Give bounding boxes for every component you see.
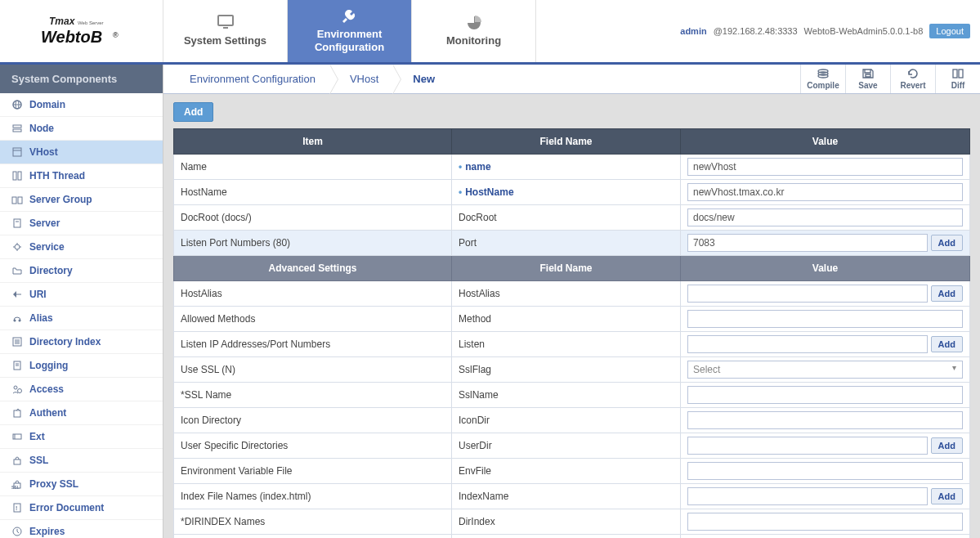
sidebar-item-directory[interactable]: Directory [0, 259, 163, 283]
cell-field: UserDir [452, 433, 681, 459]
cell-item: Listen Port Numbers (80) [174, 231, 452, 256]
cell-item: Allowed Methods [174, 307, 452, 332]
tab-monitoring[interactable]: Monitoring [412, 0, 536, 62]
alias-icon [11, 312, 23, 324]
proxy-ssl-icon: SSL [11, 478, 23, 490]
save-icon [861, 68, 875, 79]
svg-rect-17 [14, 219, 20, 227]
table-row: HostName•HostName [174, 180, 970, 205]
tab-env-config[interactable]: Environment Configuration [288, 0, 412, 62]
row-add-button[interactable]: Add [931, 285, 963, 302]
sidebar-item-alias[interactable]: Alias [0, 307, 163, 330]
access-icon [11, 383, 23, 395]
dir-index-icon [11, 336, 23, 347]
sidebar-item-access[interactable]: Access [0, 378, 163, 401]
row-add-button[interactable]: Add [931, 336, 963, 352]
crumb-env-config[interactable]: Environment Configuration [178, 65, 338, 93]
value-input[interactable] [687, 462, 963, 480]
add-button[interactable]: Add [173, 102, 213, 122]
authent-icon [11, 407, 23, 419]
sidebar-item-label: Server [29, 217, 60, 229]
app-version: WebtoB-WebAdmin5.0.0.1-b8 [804, 26, 924, 36]
sidebar-item-server-group[interactable]: Server Group [0, 188, 163, 212]
diff-icon [951, 68, 964, 79]
crumb-vhost[interactable]: VHost [338, 65, 401, 93]
breadcrumb-row: Environment Configuration VHost New Comp… [163, 65, 980, 94]
table-row: *SSL NameSslName [174, 383, 970, 408]
content-scroll[interactable]: Add Item Field Name Value Name•nameHostN… [163, 94, 980, 538]
sidebar-item-expires[interactable]: Expires [0, 520, 163, 538]
tab-system-settings[interactable]: System Settings [163, 0, 288, 62]
cell-item: HostName [174, 180, 452, 205]
action-label: Diff [951, 81, 965, 90]
cell-item: User Specific Directories [174, 433, 452, 459]
cell-item: DocRoot (docs/) [174, 205, 452, 231]
value-input[interactable] [687, 208, 963, 226]
cell-value [681, 408, 970, 433]
cell-field: •HostName [452, 180, 681, 205]
cell-item: Options (HTML,CGI,SSI,PHP,JSV,USER) [174, 535, 452, 539]
svg-rect-15 [12, 197, 16, 204]
sidebar-item-ssl[interactable]: SSL [0, 449, 163, 473]
sidebar-item-directory-index[interactable]: Directory Index [0, 330, 163, 354]
svg-rect-44 [953, 69, 957, 78]
value-input[interactable] [687, 158, 963, 176]
table-row: DocRoot (docs/)DocRoot [174, 205, 970, 231]
sidebar-item-domain[interactable]: Domain [0, 93, 163, 117]
cell-item: Listen IP Addresses/Port Numbers [174, 332, 452, 357]
cell-value [681, 535, 970, 539]
row-add-button[interactable]: Add [931, 437, 963, 454]
value-input[interactable] [687, 335, 928, 353]
th-adv-value: Value [681, 256, 970, 281]
sidebar-item-node[interactable]: Node [0, 117, 163, 141]
sidebar-item-label: SSL [29, 455, 48, 466]
cell-value [681, 180, 970, 205]
user-name: admin [680, 26, 706, 36]
value-input[interactable] [687, 513, 963, 531]
cell-item: Name [174, 155, 452, 180]
save-button[interactable]: Save [845, 65, 890, 93]
sidebar-item-service[interactable]: Service [0, 235, 163, 259]
value-input[interactable] [687, 386, 963, 404]
sidebar-item-ext[interactable]: Ext [0, 425, 163, 449]
logout-button[interactable]: Logout [929, 24, 970, 38]
sidebar-item-label: Authent [29, 407, 66, 419]
table-row: Use SSL (N)SslFlagSelect [174, 357, 970, 383]
value-input[interactable] [687, 183, 963, 201]
cell-item: Index File Names (index.html) [174, 484, 452, 509]
table-row: Listen Port Numbers (80)PortAdd [174, 231, 970, 256]
sidebar-item-label: Ext [29, 431, 45, 442]
sidebar-item-proxy-ssl[interactable]: SSLProxy SSL [0, 473, 163, 496]
svg-rect-14 [18, 172, 21, 180]
value-input[interactable] [687, 234, 928, 252]
service-icon [11, 241, 23, 253]
sidebar-item-hth-thread[interactable]: HTH Thread [0, 164, 163, 188]
revert-button[interactable]: Revert [890, 65, 935, 93]
value-input[interactable] [687, 285, 928, 303]
table-row: Name•name [174, 155, 970, 180]
tab-label: Environment Configuration [315, 28, 384, 53]
svg-rect-35 [14, 460, 20, 464]
row-add-button[interactable]: Add [931, 488, 963, 504]
sidebar-item-authent[interactable]: Authent [0, 401, 163, 425]
sidebar-item-server[interactable]: Server [0, 212, 163, 235]
value-input[interactable] [687, 310, 963, 328]
value-input[interactable] [687, 437, 928, 455]
row-add-button[interactable]: Add [931, 235, 963, 251]
cell-field: Listen [452, 332, 681, 357]
value-select[interactable]: Select [687, 361, 963, 379]
table-row: Index File Names (index.html)IndexNameAd… [174, 484, 970, 509]
sidebar-item-vhost[interactable]: VHost [0, 141, 163, 164]
sidebar-item-label: URI [29, 289, 47, 300]
svg-text:SSL: SSL [11, 485, 20, 490]
value-input[interactable] [687, 411, 963, 429]
compile-icon [817, 68, 830, 79]
sidebar-item-logging[interactable]: Logging [0, 354, 163, 378]
action-label: Compile [807, 81, 839, 90]
diff-button[interactable]: Diff [935, 65, 980, 93]
value-input[interactable] [687, 487, 928, 505]
sidebar-item-error-document[interactable]: !Error Document [0, 496, 163, 520]
table-row: Environment Variable FileEnvFile [174, 459, 970, 484]
sidebar-item-uri[interactable]: URI [0, 283, 163, 307]
compile-button[interactable]: Compile [800, 65, 845, 93]
